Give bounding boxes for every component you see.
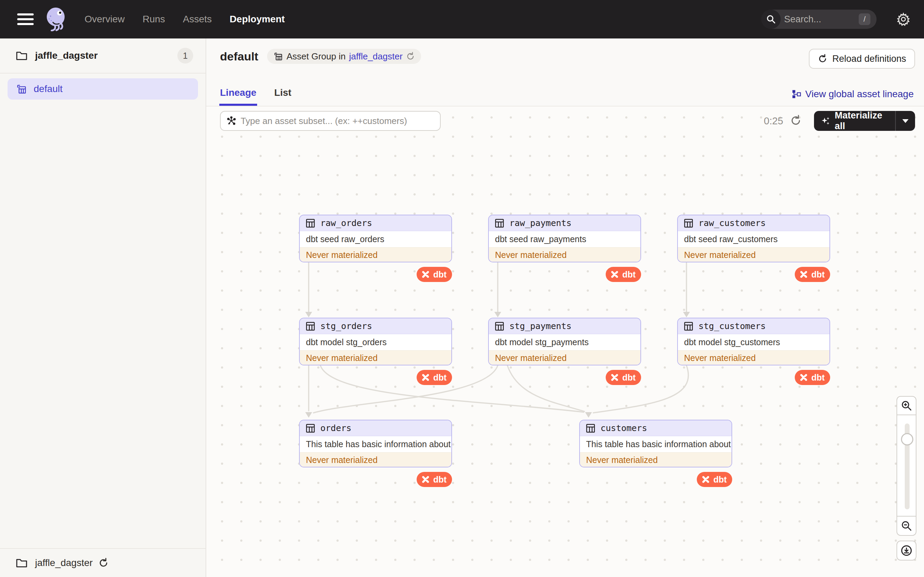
asset-status: Never materialized: [678, 350, 829, 366]
nav-deployment[interactable]: Deployment: [229, 14, 284, 25]
asset-name: orders: [320, 423, 351, 433]
lineage-canvas[interactable]: 0:25 Materialize all raw_orders dbt seed…: [206, 106, 924, 577]
materialize-all-button[interactable]: Materialize all: [814, 111, 915, 131]
asset-status: Never materialized: [300, 350, 451, 366]
table-icon: [494, 218, 505, 228]
refresh-icon[interactable]: [98, 558, 108, 568]
nav-assets[interactable]: Assets: [183, 14, 212, 25]
asset-card[interactable]: raw_payments dbt seed raw_payments Never…: [488, 214, 641, 263]
zoom-out-icon: [901, 520, 912, 532]
refresh-icon[interactable]: [406, 52, 415, 61]
chevron-down-icon: [902, 119, 908, 123]
dbt-badge[interactable]: dbt: [795, 267, 830, 282]
download-graph-button[interactable]: [897, 541, 916, 561]
dbt-badge[interactable]: dbt: [795, 370, 830, 385]
zoom-in-button[interactable]: [897, 396, 916, 415]
global-lineage-label: View global asset lineage: [805, 89, 914, 100]
asset-card[interactable]: raw_customers dbt seed raw_customers Nev…: [677, 214, 830, 263]
sidebar-item-default[interactable]: default: [8, 78, 198, 100]
search-icon: [761, 10, 781, 29]
dbt-badge[interactable]: dbt: [417, 472, 452, 487]
dagster-logo-icon[interactable]: [45, 7, 67, 31]
table-icon: [305, 218, 315, 228]
dbt-badge-label: dbt: [811, 372, 825, 383]
nav-overview[interactable]: Overview: [84, 14, 125, 25]
zoom-in-icon: [901, 400, 912, 411]
reload-definitions-label: Reload definitions: [832, 53, 906, 64]
asset-description: This table has basic information about .…: [300, 436, 451, 452]
dbt-badge[interactable]: dbt: [606, 370, 641, 385]
asset-card[interactable]: orders This table has basic information …: [299, 420, 452, 467]
dbt-logo-icon: [799, 269, 809, 279]
sparkle-icon: [821, 115, 830, 126]
lineage-graph-icon: [792, 89, 801, 99]
asset-card[interactable]: stg_orders dbt model stg_orders Never ma…: [299, 318, 452, 366]
dbt-badge-label: dbt: [433, 372, 446, 383]
top-nav: Overview Runs Assets Deployment: [84, 14, 284, 25]
dbt-logo-icon: [701, 475, 711, 484]
nav-runs[interactable]: Runs: [143, 14, 165, 25]
view-tabs: Lineage List: [220, 87, 291, 106]
dbt-badge[interactable]: dbt: [606, 267, 641, 282]
asset-card[interactable]: stg_payments dbt model stg_payments Neve…: [488, 318, 641, 366]
zoom-slider-handle[interactable]: [901, 433, 913, 445]
dbt-logo-icon: [421, 269, 430, 279]
dbt-badge-label: dbt: [713, 475, 727, 485]
dbt-badge-label: dbt: [622, 372, 636, 383]
asset-description: dbt seed raw_orders: [300, 231, 451, 247]
asset-node-raw_orders: raw_orders dbt seed raw_orders Never mat…: [299, 214, 452, 263]
asset-node-raw_customers: raw_customers dbt seed raw_customers Nev…: [677, 214, 830, 263]
asset-card[interactable]: stg_customers dbt model stg_customers Ne…: [677, 318, 830, 366]
reload-definitions-button[interactable]: Reload definitions: [809, 49, 915, 69]
dbt-badge-label: dbt: [433, 269, 446, 280]
sidebar-footer-label: jaffle_dagster: [35, 558, 93, 569]
asset-status: Never materialized: [580, 452, 732, 467]
dbt-logo-icon: [421, 475, 430, 484]
search-input[interactable]: [784, 14, 850, 25]
dbt-badge-label: dbt: [811, 269, 825, 280]
dbt-badge-label: dbt: [622, 269, 636, 280]
dbt-logo-icon: [421, 372, 430, 382]
materialize-options-dropdown[interactable]: [896, 119, 915, 123]
view-global-asset-lineage-link[interactable]: View global asset lineage: [792, 89, 914, 100]
tag-repo-link[interactable]: jaffle_dagster: [349, 51, 402, 62]
page-header: default Asset Group in jaffle_dagster Re…: [206, 39, 924, 106]
asset-graph-filter-icon: [226, 116, 236, 126]
table-icon: [683, 321, 694, 331]
search-box[interactable]: /: [761, 10, 877, 29]
asset-card[interactable]: customers This table has basic informati…: [579, 420, 732, 467]
asset-description: This table has basic information about .…: [580, 436, 732, 452]
page-title: default: [220, 50, 258, 63]
zoom-slider[interactable]: [897, 415, 916, 517]
menu-icon[interactable]: [17, 13, 34, 25]
asset-name: raw_orders: [320, 218, 372, 228]
zoom-out-button[interactable]: [897, 517, 916, 536]
asset-description: dbt model stg_orders: [300, 334, 451, 350]
zoom-controls: [897, 396, 916, 561]
asset-status: Never materialized: [489, 350, 640, 366]
asset-subset-filter[interactable]: [220, 111, 441, 131]
asset-node-customers: customers This table has basic informati…: [579, 420, 732, 467]
asset-subset-input[interactable]: [241, 116, 426, 126]
asset-status: Never materialized: [489, 247, 640, 263]
tab-lineage[interactable]: Lineage: [220, 87, 257, 106]
download-icon: [900, 544, 913, 557]
asset-card[interactable]: raw_orders dbt seed raw_orders Never mat…: [299, 214, 452, 263]
asset-node-stg_orders: stg_orders dbt model stg_orders Never ma…: [299, 318, 452, 366]
sidebar-repo-row[interactable]: jaffle_dagster 1: [0, 39, 205, 74]
dbt-badge[interactable]: dbt: [417, 370, 452, 385]
tab-list[interactable]: List: [274, 87, 291, 106]
dbt-badge[interactable]: dbt: [697, 472, 732, 487]
dbt-badge-label: dbt: [433, 475, 446, 485]
asset-description: dbt model stg_customers: [678, 334, 829, 350]
settings-gear-icon[interactable]: [896, 12, 911, 27]
asset-status: Never materialized: [678, 247, 829, 263]
refresh-icon[interactable]: [790, 115, 801, 126]
dbt-badge[interactable]: dbt: [417, 267, 452, 282]
table-icon: [683, 218, 694, 228]
asset-description: dbt seed raw_payments: [489, 231, 640, 247]
asset-description: dbt seed raw_customers: [678, 231, 829, 247]
sidebar-repo-label: jaffle_dagster: [35, 50, 98, 61]
folder-icon: [16, 558, 27, 568]
table-icon: [305, 423, 315, 434]
